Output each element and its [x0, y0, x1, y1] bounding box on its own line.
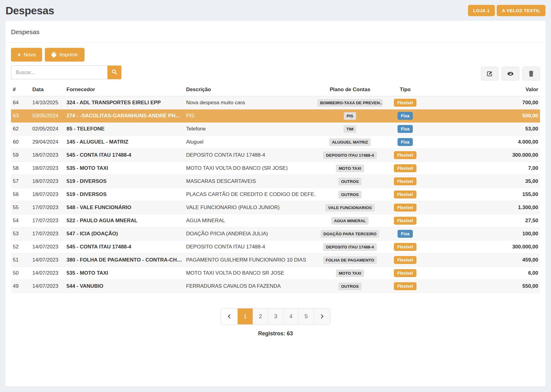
- table-row[interactable]: 64 14/10/2025 324 - ADL TRANSPORTES EIRE…: [11, 96, 540, 109]
- pagination-next-button[interactable]: [314, 308, 330, 324]
- row-fornecedor: 324 - ADL TRANSPORTES EIRELI EPP: [65, 100, 184, 106]
- row-tipo-cell: Flexível: [384, 99, 426, 107]
- table-row[interactable]: 63 03/05/2024 274 - -SACOLITAS-GARANHUNS…: [11, 109, 540, 123]
- chevron-right-icon: [320, 314, 324, 319]
- search-row: [11, 66, 540, 80]
- loja-button[interactable]: LOJA 1: [468, 5, 495, 16]
- plano-de-contas-badge: BOMBEIRO-TAXA DE PREVEN…: [317, 99, 383, 107]
- row-date: 29/04/2024: [31, 139, 65, 145]
- row-plano-cell: DOAÇÃO PARA TERCEIRO: [315, 230, 384, 238]
- row-descricao: DEPOSITO CONTA ITAU 17488-4: [184, 152, 315, 158]
- pagination-page-4[interactable]: 4: [283, 308, 298, 324]
- row-action-buttons: [481, 67, 540, 80]
- row-tipo-cell: Fixa: [384, 230, 426, 238]
- row-plano-cell: DEPOSITO ITAU 17488-4: [315, 151, 384, 159]
- table-row[interactable]: 59 18/07/2023 545 - CONTA ITAU 17488-4 D…: [11, 149, 540, 162]
- row-id: 55: [11, 205, 31, 211]
- search-group: [11, 66, 121, 79]
- row-plano-cell: DEPOSITO ITAU 17488-4: [315, 243, 384, 251]
- table-row[interactable]: 54 17/07/2023 522 - PAULO AGUA MNERAL AG…: [11, 214, 540, 227]
- edit-icon: [487, 71, 493, 77]
- pagination-page-1[interactable]: 1: [237, 308, 253, 324]
- row-id: 51: [11, 257, 31, 263]
- table-row[interactable]: 55 17/07/2023 548 - VALE FUNCIONÁRIO VAL…: [11, 201, 540, 214]
- table-row[interactable]: 56 18/07/2023 519 - DIVERSOS PLACAS CART…: [11, 188, 540, 201]
- row-descricao: AGUA MINERAL: [184, 218, 315, 224]
- row-plano-cell: PIS: [315, 112, 384, 120]
- table-row[interactable]: 50 14/07/2023 535 - MOTO TAXI MOTO TAXI …: [11, 267, 540, 280]
- row-id: 57: [11, 178, 31, 184]
- row-valor: 300.000,00: [426, 152, 540, 158]
- row-tipo-cell: Flexível: [384, 243, 426, 251]
- company-button[interactable]: A VELOZ TEXTIL: [497, 5, 546, 16]
- row-valor: 4.000,00: [426, 139, 540, 145]
- col-header-tipo: Tipo: [384, 87, 426, 93]
- row-descricao: MOTO TAXI VOLTA DO BANCO (SR JOSE): [184, 165, 315, 171]
- col-header-fornecedor: Fornecedor: [65, 87, 184, 93]
- tipo-badge: Flexível: [394, 282, 416, 290]
- row-id: 59: [11, 152, 31, 158]
- row-tipo-cell: Flexível: [384, 282, 426, 290]
- row-plano-cell: ALUGUEL MATRIZ: [315, 138, 384, 146]
- row-tipo-cell: Flexível: [384, 164, 426, 172]
- row-valor: 27,50: [426, 218, 540, 224]
- col-header-descricao: Descrição: [184, 87, 315, 93]
- pagination-prev-button[interactable]: [221, 308, 237, 324]
- table-row[interactable]: 49 14/07/2023 544 - VANUBIO FERRADURAS C…: [11, 280, 540, 293]
- table-row[interactable]: 62 02/05/2024 85 - TELEFONE Telefone TIM…: [11, 123, 540, 136]
- plano-de-contas-badge: FOLHA DE PAGAMENTO: [323, 256, 377, 264]
- imprimir-button[interactable]: Imprimir: [45, 48, 84, 62]
- row-date: 03/05/2024: [31, 113, 65, 119]
- table-row[interactable]: 53 17/07/2023 547 - ICIA (DOAÇÃO) DOAÇÃO…: [11, 227, 540, 241]
- tipo-badge: Flexível: [394, 269, 416, 277]
- search-button[interactable]: [107, 66, 121, 79]
- row-valor: 155,00: [426, 191, 540, 198]
- tipo-badge: Fixa: [398, 125, 413, 133]
- pagination-page-5[interactable]: 5: [298, 308, 314, 324]
- row-tipo-cell: Flexível: [384, 217, 426, 225]
- nova-button[interactable]: + Nova: [11, 48, 42, 62]
- registros-count: Registros: 63: [11, 330, 540, 351]
- printer-icon: [51, 52, 56, 57]
- table-row[interactable]: 58 18/07/2023 535 - MOTO TAXI MOTO TAXI …: [11, 162, 540, 175]
- table-row[interactable]: 52 14/07/2023 545 - CONTA ITAU 17488-4 D…: [11, 241, 540, 254]
- row-fornecedor: 519 - DIVERSOS: [65, 191, 184, 198]
- pagination-page-2[interactable]: 2: [253, 308, 268, 324]
- row-valor: 500,00: [426, 113, 540, 119]
- table-body: 64 14/10/2025 324 - ADL TRANSPORTES EIRE…: [11, 96, 540, 293]
- row-valor: 700,00: [426, 100, 540, 106]
- table-row[interactable]: 51 14/07/2023 380 - FOLHA DE PAGAMENTO -…: [11, 254, 540, 267]
- col-header-data: Data: [31, 87, 65, 93]
- pagination: 12345: [221, 308, 330, 325]
- tipo-badge: Fixa: [398, 230, 413, 238]
- row-plano-cell: MOTO TAXI: [315, 269, 384, 277]
- delete-button[interactable]: [522, 67, 540, 80]
- edit-button[interactable]: [481, 67, 499, 80]
- row-valor: 459,00: [426, 257, 540, 263]
- row-tipo-cell: Fixa: [384, 112, 426, 120]
- tipo-badge: Flexível: [394, 151, 416, 159]
- row-tipo-cell: Flexível: [384, 191, 426, 198]
- table-header: # Data Fornecedor Descrição Plano de Con…: [11, 87, 540, 96]
- row-tipo-cell: Flexível: [384, 177, 426, 185]
- row-descricao: PIS: [184, 113, 315, 119]
- row-fornecedor: 519 - DIVERSOS: [65, 178, 184, 184]
- row-date: 14/10/2025: [31, 100, 65, 106]
- row-plano-cell: MOTO TAXI: [315, 165, 384, 172]
- despesas-card: Despesas + Nova Imprimir: [5, 21, 546, 387]
- pagination-page-3[interactable]: 3: [268, 308, 283, 324]
- table-row[interactable]: 57 18/07/2023 519 - DIVERSOS MASCARAS DE…: [11, 175, 540, 188]
- tipo-badge: Fixa: [398, 112, 413, 120]
- row-valor: 550,00: [426, 283, 540, 289]
- search-input[interactable]: [11, 66, 107, 79]
- row-date: 17/07/2023: [31, 218, 65, 224]
- row-plano-cell: TIM: [315, 125, 384, 133]
- plano-de-contas-badge: DOAÇÃO PARA TERCEIRO: [321, 230, 379, 238]
- imprimir-button-label: Imprimir: [59, 52, 78, 58]
- eye-icon: [507, 70, 514, 77]
- view-button[interactable]: [502, 67, 519, 80]
- tipo-badge: Fixa: [398, 138, 413, 146]
- table-row[interactable]: 60 29/04/2024 145 - ALUGUEL - MATRIZ Alu…: [11, 136, 540, 149]
- col-header-valor: Valor: [426, 87, 540, 93]
- row-date: 14/07/2023: [31, 244, 65, 250]
